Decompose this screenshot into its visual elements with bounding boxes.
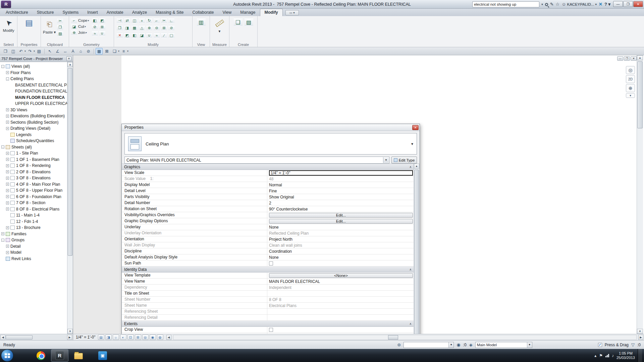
collapse-chevron-icon[interactable]: ∧ [409, 322, 412, 325]
tab-insert[interactable]: Insert [83, 9, 102, 16]
property-value[interactable]: Coordination [267, 248, 414, 254]
expander-icon[interactable]: - [6, 77, 9, 80]
clipboard-panel-label[interactable]: Clipboard [41, 43, 69, 47]
undo-icon[interactable]: ↶ [17, 48, 24, 55]
copy-icon[interactable]: ❐ [57, 24, 63, 30]
edit-type-button[interactable]: Edit Type [391, 157, 417, 164]
expander-icon[interactable]: + [6, 183, 9, 186]
property-value[interactable]: <None> [267, 273, 414, 278]
property-value[interactable]: Independent [267, 285, 414, 290]
expander-icon[interactable]: + [6, 170, 9, 173]
create-panel-label[interactable]: Create [229, 43, 257, 47]
scroll-up-icon[interactable]: ▲ [637, 55, 643, 60]
property-value[interactable]: Show Original [267, 194, 414, 200]
property-value-button[interactable]: Edit... [269, 213, 413, 218]
tree-item[interactable]: +6 OF 8 - Foundation Plan [0, 194, 67, 200]
grid-scroll-up-icon[interactable]: ▲ [414, 164, 419, 169]
worksets-combo[interactable]: ▼ [404, 342, 454, 348]
application-menu-button[interactable]: R [1, 1, 11, 8]
thin-lines-icon[interactable]: ≡ [120, 48, 127, 55]
tree-item[interactable]: FOUNDATION ELECTRICAL [0, 88, 67, 95]
paint-icon[interactable]: ◧ [92, 18, 98, 23]
split-face2-icon[interactable]: ◩ [124, 33, 130, 38]
search-dropdown-icon[interactable]: ▾ [541, 1, 543, 7]
tree-item[interactable]: BASEMENT ELECTRICAL PLA [0, 82, 67, 88]
create-group-icon[interactable]: ❑ [234, 18, 243, 26]
tree-item[interactable]: 12 - Fdn 1-4 [0, 219, 67, 225]
tree-item[interactable]: +Drafting Views (Detail) [0, 125, 67, 132]
design-options-combo[interactable]: Main Model ▼ [475, 342, 532, 348]
corner-trim-icon[interactable]: ∟ [168, 18, 174, 23]
design-options-icon[interactable]: ◈ [469, 342, 473, 347]
expander-icon[interactable]: + [6, 158, 9, 161]
align-icon[interactable]: ⊣ [117, 18, 123, 23]
minimize-button[interactable]: — [613, 1, 623, 7]
property-value[interactable]: Clean all wall joins [267, 242, 414, 248]
redo-icon-dropdown[interactable]: ▾ [34, 50, 35, 53]
browser-horizontal-scrollbar[interactable]: ◀ ▶ [0, 334, 73, 340]
expander-icon[interactable]: + [6, 251, 9, 254]
join-dropdown[interactable]: ⊕Join▾ [71, 29, 89, 36]
tree-item[interactable]: +Sections (Building Section) [0, 119, 67, 126]
tab-modify[interactable]: Modify [260, 9, 283, 16]
project-browser-close-icon[interactable]: ✕ [66, 56, 71, 61]
tree-item[interactable]: +1 OF 1 - Basement Plan [0, 157, 67, 163]
undo-icon-dropdown[interactable]: ▾ [24, 50, 26, 53]
type-selector[interactable]: Ceiling Plan ▼ [124, 133, 417, 155]
unjoin-icon[interactable]: ∪ [99, 31, 105, 36]
browser-scroll-down-icon[interactable]: ▼ [67, 329, 73, 334]
exchange-apps-icon[interactable]: ✕ [599, 1, 602, 7]
split-icon[interactable]: ✂ [161, 18, 167, 23]
join-geometry-icon[interactable]: ∪ [146, 33, 152, 38]
tree-item[interactable]: -Sheets (all) [0, 144, 67, 150]
tab-architecture[interactable]: Architecture [1, 9, 33, 16]
tab-structure[interactable]: Structure [33, 9, 58, 16]
property-value-checkbox[interactable] [269, 261, 273, 265]
navigation-wheel-icon[interactable]: ◎ [626, 66, 635, 74]
mirror-axis-icon[interactable]: ◫ [131, 18, 138, 23]
analysis-icon[interactable]: ◍ [157, 335, 163, 340]
start-button[interactable] [1, 349, 13, 362]
property-value[interactable]: Fine [267, 188, 414, 194]
profile-icon[interactable]: ▢ [168, 33, 174, 38]
tab-annotate[interactable]: Annotate [102, 9, 128, 16]
visual-style-icon[interactable]: ◨ [105, 335, 112, 340]
collapse-chevron-icon[interactable]: ∧ [409, 268, 412, 271]
expander-icon[interactable]: + [6, 245, 9, 248]
tree-item[interactable]: +Families [0, 231, 67, 237]
section-icon[interactable]: ⊘ [85, 48, 92, 55]
canvas-hscroll-thumb[interactable] [388, 335, 398, 340]
instance-selector-dropdown-icon[interactable]: ▼ [383, 157, 389, 163]
expander-icon[interactable]: - [1, 65, 4, 68]
tab-systems[interactable]: Systems [58, 9, 83, 16]
tree-item[interactable]: MAIN FLOOR ELECTRICA [0, 95, 67, 101]
print-icon[interactable]: ▤ [36, 48, 43, 55]
unpin-icon[interactable]: ⊖ [154, 25, 160, 31]
beam-join-icon[interactable]: ≈ [154, 33, 160, 38]
pan-2d-icon[interactable]: 2D [626, 75, 635, 83]
search-input[interactable] [472, 1, 539, 7]
mirror-pick-icon[interactable]: ◨ [124, 25, 130, 31]
tree-item[interactable]: Revit Links [0, 256, 67, 262]
shadows-icon[interactable]: ◐ [120, 335, 126, 340]
property-value-editbox[interactable]: 1/4" = 1'-0" [269, 170, 413, 176]
tree-item[interactable]: +3 OF 8 - Elevations [0, 175, 67, 181]
create-similar-icon[interactable]: ▧ [245, 18, 253, 26]
scroll-down-icon[interactable]: ▼ [637, 329, 643, 334]
property-value-button[interactable]: Edit... [269, 219, 413, 224]
save-icon[interactable]: ◫ [10, 48, 17, 55]
split-face-icon[interactable]: ◩ [99, 18, 105, 23]
property-value[interactable]: Edit... [267, 212, 414, 218]
close-hidden-windows-icon[interactable]: ⊠ [103, 48, 110, 55]
join-dropdown-arrow[interactable]: ▾ [86, 31, 87, 34]
ribbon-minimize-button[interactable]: ▭▾ [285, 10, 299, 15]
help-icon[interactable]: ? ▾ [604, 1, 610, 7]
expander-icon[interactable]: + [6, 189, 9, 192]
measure-button[interactable]: ▾ [210, 16, 229, 34]
instance-selector-combo[interactable]: Ceiling Plan: MAIN FLOOR ELECTRICAL ▼ [124, 157, 389, 164]
tray-expand-icon[interactable]: ▴ [594, 353, 596, 358]
thin-lines-icon-dropdown[interactable]: ▾ [127, 50, 128, 53]
cut-icon[interactable]: ✂ [57, 18, 63, 24]
tab-massing-site[interactable]: Massing & Site [151, 9, 188, 16]
cope-dropdown[interactable]: ⌐Cope▾ [71, 17, 89, 23]
